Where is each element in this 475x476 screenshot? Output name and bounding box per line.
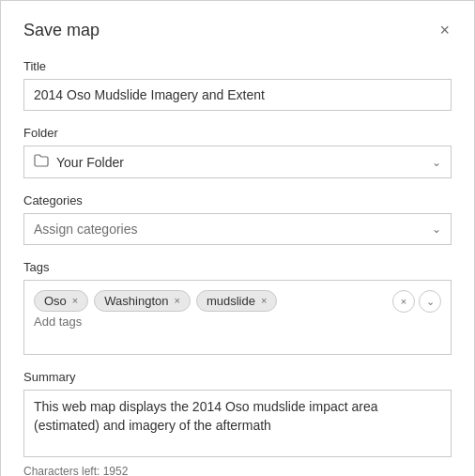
tag-mudslide-remove[interactable]: × (261, 296, 267, 306)
tag-mudslide-label: mudslide (207, 294, 255, 308)
dialog-header: Save map × (23, 20, 452, 40)
folder-label: Folder (23, 126, 452, 140)
summary-field-group: Summary Characters left: 1952 (23, 370, 452, 476)
save-map-dialog: Save map × Title Folder Your Folder ⌄ Ca… (0, 0, 475, 476)
categories-label: Categories (23, 193, 452, 207)
summary-label: Summary (23, 370, 452, 384)
categories-placeholder: Assign categories (34, 222, 432, 237)
folder-icon (34, 154, 49, 170)
tag-washington-remove[interactable]: × (174, 296, 179, 306)
summary-textarea[interactable] (23, 390, 452, 457)
tags-pills: Oso × Washington × mudslide × (34, 290, 385, 312)
folder-chevron-icon: ⌄ (432, 156, 441, 169)
tags-expand-button[interactable]: ⌄ (419, 290, 441, 313)
tags-clear-button[interactable]: × (392, 290, 415, 313)
categories-chevron-icon: ⌄ (432, 223, 441, 236)
tags-container: Oso × Washington × mudslide × × ⌄ (23, 280, 452, 355)
tags-top-row: Oso × Washington × mudslide × × ⌄ (34, 290, 441, 313)
tag-oso: Oso × (34, 290, 88, 312)
tags-right-actions: × ⌄ (392, 290, 441, 313)
add-tags-placeholder[interactable]: Add tags (34, 313, 441, 330)
title-field-group: Title (23, 59, 452, 111)
chars-left: Characters left: 1952 (23, 465, 452, 476)
tag-washington-label: Washington (104, 294, 168, 308)
folder-value: Your Folder (56, 155, 432, 170)
tag-oso-label: Oso (44, 294, 67, 308)
tag-washington: Washington × (94, 290, 191, 312)
categories-select[interactable]: Assign categories ⌄ (23, 213, 452, 245)
title-input[interactable] (23, 79, 452, 111)
title-label: Title (23, 59, 452, 73)
tags-label: Tags (23, 260, 452, 274)
dialog-title: Save map (23, 21, 100, 40)
tag-mudslide: mudslide × (196, 290, 277, 312)
categories-field-group: Categories Assign categories ⌄ (23, 193, 452, 245)
tags-field-group: Tags Oso × Washington × mudslide × (23, 260, 452, 355)
tag-oso-remove[interactable]: × (72, 296, 78, 306)
folder-select[interactable]: Your Folder ⌄ (23, 146, 452, 178)
folder-field-group: Folder Your Folder ⌄ (23, 126, 452, 178)
close-button[interactable]: × (437, 20, 452, 40)
